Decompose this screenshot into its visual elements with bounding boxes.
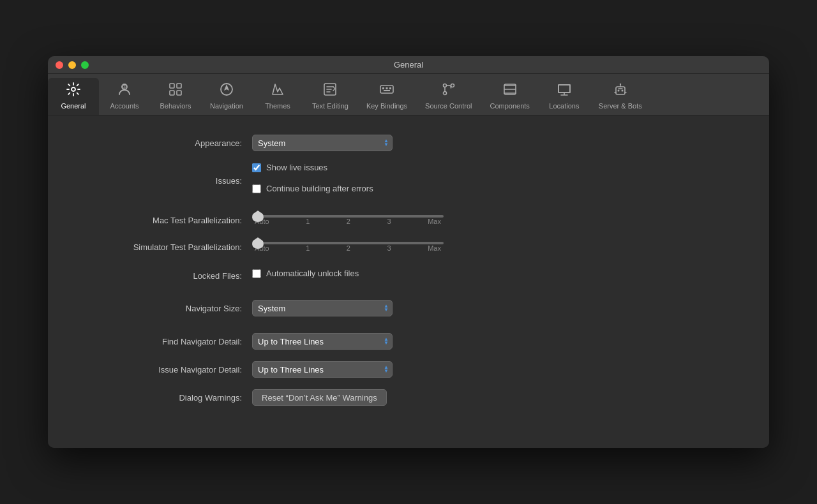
show-live-issues-label[interactable]: Show live issues (266, 163, 327, 172)
tab-accounts[interactable]: @ Accounts (99, 78, 150, 115)
tab-text-editing[interactable]: Text Editing (303, 78, 357, 115)
navigator-size-control: System Small Medium Large ▲ ▼ (252, 300, 731, 316)
find-nav-detail-select-wrapper: One Line Two Lines Up to Three Lines ▲ ▼ (252, 333, 393, 350)
locked-files-row: Locked Files: Automatically unlock files (86, 269, 731, 283)
tab-source-control[interactable]: Source Control (416, 78, 481, 115)
mac-slider-labels: Auto 1 2 3 Max (252, 218, 444, 225)
continue-building-checkbox[interactable] (252, 184, 261, 193)
sim-label-1: 1 (306, 244, 310, 252)
svg-rect-6 (177, 91, 181, 95)
behaviors-icon (168, 82, 183, 100)
tab-key-bindings-label: Key Bindings (366, 102, 407, 110)
svg-point-22 (621, 90, 623, 92)
locked-files-label: Locked Files: (86, 271, 252, 281)
tab-server-bots[interactable]: Server & Bots (590, 78, 651, 115)
themes-icon (270, 82, 285, 100)
accounts-icon: @ (117, 82, 132, 100)
mac-parallelization-row: Mac Test Parallelization: Auto 1 2 3 Max (86, 215, 731, 225)
svg-point-21 (617, 90, 619, 92)
svg-point-0 (71, 87, 75, 91)
dialog-warnings-label: Dialog Warnings: (86, 393, 252, 403)
svg-marker-8 (224, 84, 229, 91)
appearance-select-wrapper: System Light Dark ▲ ▼ (252, 135, 393, 151)
sim-label-3: 3 (387, 244, 391, 252)
svg-rect-14 (384, 90, 390, 91)
navigator-size-row: Navigator Size: System Small Medium Larg… (86, 300, 731, 316)
auto-unlock-row: Automatically unlock files (252, 269, 731, 278)
svg-text:@: @ (121, 84, 126, 89)
navigator-size-label: Navigator Size: (86, 304, 252, 313)
sim-label-max: Max (428, 244, 441, 252)
content-area: Appearance: System Light Dark ▲ ▼ Issues… (48, 115, 769, 448)
appearance-label: Appearance: (86, 138, 252, 148)
tab-navigation[interactable]: Navigation (201, 78, 252, 115)
locked-files-control: Automatically unlock files (252, 269, 731, 283)
server-bots-icon (613, 82, 628, 100)
mac-parallelization-label: Mac Test Parallelization: (86, 216, 252, 225)
tab-components[interactable]: Components (481, 78, 538, 115)
find-navigator-detail-label: Find Navigator Detail: (86, 337, 252, 346)
sim-slider-container: Auto 1 2 3 Max (252, 242, 444, 252)
tab-general-label: General (61, 102, 86, 110)
issue-navigator-detail-control: One Line Two Lines Up to Three Lines ▲ ▼ (252, 361, 731, 378)
svg-rect-12 (386, 87, 387, 89)
tab-accounts-label: Accounts (110, 102, 139, 110)
minimize-button[interactable] (68, 61, 76, 69)
svg-point-16 (451, 84, 454, 87)
svg-rect-11 (382, 87, 384, 89)
tab-general[interactable]: General (48, 78, 99, 115)
appearance-row: Appearance: System Light Dark ▲ ▼ (86, 135, 731, 151)
find-nav-detail-select[interactable]: One Line Two Lines Up to Three Lines (252, 333, 393, 350)
show-live-issues-checkbox[interactable] (252, 163, 261, 172)
issues-checkboxes: Show live issues Continue building after… (252, 163, 731, 198)
tab-components-label: Components (490, 102, 529, 110)
source-control-icon (441, 82, 456, 100)
mac-label-1: 1 (306, 218, 310, 225)
issue-navigator-detail-row: Issue Navigator Detail: One Line Two Lin… (86, 361, 731, 378)
tab-themes[interactable]: Themes (252, 78, 303, 115)
navigator-size-select-wrapper: System Small Medium Large ▲ ▼ (252, 300, 393, 316)
locations-icon (557, 82, 572, 100)
tab-source-control-label: Source Control (425, 102, 472, 110)
continue-building-label[interactable]: Continue building after errors (266, 184, 373, 193)
show-live-issues-row: Show live issues (252, 163, 731, 172)
close-button[interactable] (56, 61, 63, 69)
reset-warnings-button[interactable]: Reset “Don’t Ask Me” Warnings (252, 389, 387, 406)
components-icon (502, 82, 518, 100)
general-icon (66, 82, 81, 100)
mac-label-max: Max (428, 218, 441, 225)
issue-nav-detail-select[interactable]: One Line Two Lines Up to Three Lines (252, 361, 393, 378)
issue-navigator-detail-label: Issue Navigator Detail: (86, 365, 252, 374)
dialog-warnings-control: Reset “Don’t Ask Me” Warnings (252, 389, 731, 406)
tab-behaviors[interactable]: Behaviors (150, 78, 201, 115)
auto-unlock-checkbox[interactable] (252, 269, 261, 278)
sim-parallelization-row: Simulator Test Parallelization: Auto 1 2… (86, 242, 731, 252)
tab-locations[interactable]: Locations (539, 78, 590, 115)
key-bindings-icon (379, 82, 394, 100)
svg-rect-5 (170, 91, 174, 95)
issues-row: Issues: Show live issues Continue buildi… (86, 163, 731, 198)
tab-key-bindings[interactable]: Key Bindings (357, 78, 416, 115)
navigation-icon (219, 82, 234, 100)
continue-building-row: Continue building after errors (252, 184, 731, 193)
appearance-select[interactable]: System Light Dark (252, 135, 393, 151)
tab-text-editing-label: Text Editing (312, 102, 349, 110)
dialog-warnings-row: Dialog Warnings: Reset “Don’t Ask Me” Wa… (86, 389, 731, 406)
tab-navigation-label: Navigation (210, 102, 243, 110)
mac-label-2: 2 (347, 218, 350, 225)
find-navigator-detail-control: One Line Two Lines Up to Three Lines ▲ ▼ (252, 333, 731, 350)
mac-slider-container: Auto 1 2 3 Max (252, 215, 444, 225)
issue-nav-detail-select-wrapper: One Line Two Lines Up to Three Lines ▲ ▼ (252, 361, 393, 378)
sim-label-2: 2 (347, 244, 350, 252)
sim-parallelization-control: Auto 1 2 3 Max (252, 242, 731, 252)
navigator-size-select[interactable]: System Small Medium Large (252, 300, 393, 316)
titlebar: General (48, 56, 769, 74)
traffic-lights (56, 61, 89, 69)
auto-unlock-label[interactable]: Automatically unlock files (266, 269, 359, 278)
maximize-button[interactable] (81, 61, 89, 69)
tab-behaviors-label: Behaviors (160, 102, 191, 110)
mac-parallelization-control: Auto 1 2 3 Max (252, 215, 731, 225)
mac-label-3: 3 (387, 218, 391, 225)
toolbar: General @ Accounts (48, 74, 769, 115)
svg-rect-13 (389, 87, 391, 89)
